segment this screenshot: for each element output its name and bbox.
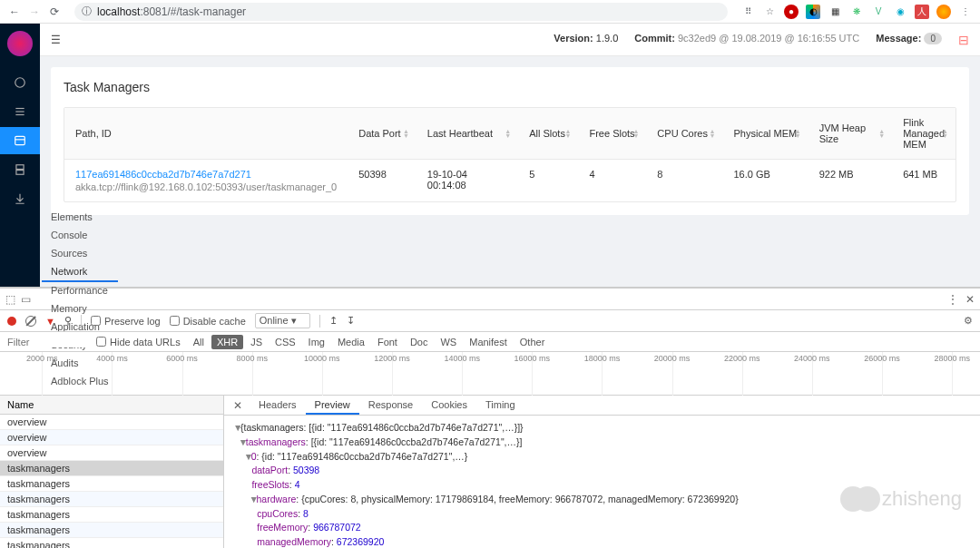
filter-type-img[interactable]: Img [303, 335, 330, 349]
detail-tab-headers[interactable]: Headers [250, 396, 306, 415]
request-row[interactable]: overview [0, 415, 223, 430]
request-row[interactable]: overview [0, 445, 223, 461]
filter-input[interactable] [7, 337, 89, 347]
col-flinkmem[interactable]: Flink Managed MEM▲▼ [892, 108, 956, 160]
filter-type-font[interactable]: Font [372, 335, 403, 349]
cell-data-port: 50398 [348, 160, 416, 202]
devtools-tab-console[interactable]: Console [42, 226, 118, 244]
star-icon[interactable]: ☆ [762, 5, 777, 19]
devtools-tab-network[interactable]: Network [42, 262, 118, 282]
avatar-icon[interactable] [936, 5, 951, 19]
filter-type-doc[interactable]: Doc [405, 335, 434, 349]
filter-type-other[interactable]: Other [514, 335, 551, 349]
request-row[interactable]: taskmanagers [0, 507, 223, 523]
ext-icon-1[interactable]: ◐ [806, 5, 820, 19]
timeline-tick: 18000 ms [584, 354, 621, 363]
evernote-icon[interactable]: ❋ [849, 5, 864, 19]
sort-icon: ▲▼ [403, 129, 409, 138]
filter-type-media[interactable]: Media [332, 335, 370, 349]
filter-toggle-icon[interactable]: ▼ [45, 316, 55, 327]
back-button[interactable]: ← [7, 5, 22, 19]
translate-icon[interactable]: ⠿ [740, 5, 755, 19]
detail-tab-cookies[interactable]: Cookies [422, 396, 476, 415]
filter-type-ws[interactable]: WS [435, 335, 462, 349]
devtools-close-icon[interactable]: ✕ [965, 293, 975, 306]
filter-type-xhr[interactable]: XHR [211, 335, 243, 349]
sidebar-item-taskmanagers[interactable] [0, 127, 40, 154]
throttling-select[interactable]: Online ▾ [255, 313, 310, 328]
collapse-sidebar-icon[interactable]: ☰ [51, 34, 61, 46]
request-row[interactable]: overview [0, 430, 223, 445]
ext-icon-3[interactable]: ◉ [893, 5, 907, 19]
detail-tab-timing[interactable]: Timing [476, 396, 524, 415]
request-row[interactable]: taskmanagers [0, 461, 223, 476]
settings-icon[interactable]: ⚙ [964, 315, 973, 327]
sidebar-item-submit[interactable] [0, 185, 40, 212]
request-row[interactable]: taskmanagers [0, 476, 223, 492]
request-row[interactable]: taskmanagers [0, 523, 223, 538]
request-row[interactable]: taskmanagers [0, 538, 223, 548]
sidebar-item-jobs[interactable] [0, 98, 40, 125]
timeline-tick: 26000 ms [864, 354, 900, 363]
cell-heartbeat: 19-10-04 00:14:08 [416, 160, 518, 202]
devtools-tab-performance[interactable]: Performance [42, 281, 118, 299]
detail-close-icon[interactable]: ✕ [228, 399, 248, 412]
timeline-tick: 4000 ms [96, 354, 128, 363]
network-timeline[interactable]: 2000 ms4000 ms6000 ms8000 ms10000 ms1200… [0, 352, 980, 396]
device-icon[interactable]: ▭ [21, 293, 31, 306]
col-path-id[interactable]: Path, ID [64, 108, 348, 160]
menu-icon[interactable]: ⋮ [958, 5, 973, 19]
cell-physmem: 16.0 GB [723, 160, 808, 202]
adblock-icon[interactable]: ● [784, 5, 799, 19]
detail-tab-response[interactable]: Response [359, 396, 423, 415]
inspect-icon[interactable]: ⬚ [5, 293, 15, 306]
vue-icon[interactable]: V [871, 5, 886, 19]
filter-type-manifest[interactable]: Manifest [464, 335, 513, 349]
devtools-tab-elements[interactable]: Elements [42, 208, 118, 226]
ext-icon-2[interactable]: ▦ [828, 5, 842, 19]
message-count[interactable]: 0 [924, 33, 942, 44]
detail-tab-preview[interactable]: Preview [306, 396, 359, 415]
table-row[interactable]: 117ea691486c0ccba2d7b746e7a7d271 akka.tc… [64, 160, 956, 202]
timeline-tick: 14000 ms [444, 354, 480, 363]
reload-button[interactable]: ⟳ [47, 5, 62, 19]
sidebar-item-jobmanager[interactable] [0, 156, 40, 183]
timeline-tick: 16000 ms [514, 354, 551, 363]
address-bar[interactable]: ⓘ localhost:8081/#/task-manager [74, 3, 728, 21]
version-label: Version: [554, 33, 593, 44]
search-icon[interactable]: ⚲ [64, 315, 72, 327]
list-header[interactable]: Name [0, 396, 223, 415]
timeline-tick: 24000 ms [794, 354, 830, 363]
forward-button[interactable]: → [27, 5, 42, 19]
clear-button[interactable] [25, 316, 36, 327]
request-row[interactable]: taskmanagers [0, 492, 223, 507]
filter-type-all[interactable]: All [188, 335, 210, 349]
col-all-slots[interactable]: All Slots▲▼ [518, 108, 578, 160]
devtools-tab-sources[interactable]: Sources [42, 244, 118, 262]
json-preview[interactable]: ▼{taskmanagers: [{id: "117ea691486c0ccba… [224, 416, 980, 548]
upload-icon[interactable]: ↥ [329, 315, 338, 327]
topbar-info: Version: 1.9.0 Commit: 9c32ed9 @ 19.08.2… [554, 33, 969, 47]
col-heartbeat[interactable]: Last Heartbeat▲▼ [416, 108, 518, 160]
warning-icon[interactable]: ⊟ [958, 33, 969, 47]
info-icon: ⓘ [82, 5, 92, 18]
filter-type-js[interactable]: JS [245, 335, 268, 349]
record-button[interactable] [7, 317, 16, 326]
col-physmem[interactable]: Physical MEM▲▼ [723, 108, 808, 160]
disable-cache-check[interactable]: Disable cache [170, 316, 246, 327]
col-free-slots[interactable]: Free Slots▲▼ [578, 108, 646, 160]
col-jvmheap[interactable]: JVM Heap Size▲▼ [808, 108, 892, 160]
hide-data-urls-check[interactable]: Hide data URLs [96, 337, 181, 347]
timeline-tick: 10000 ms [304, 354, 340, 363]
devtools-more-icon[interactable]: ⋮ [947, 293, 958, 306]
task-managers-card: Task Managers Path, ID Data Port▲▼ Last … [51, 67, 969, 215]
ext-icon-4[interactable]: 人 [915, 5, 929, 19]
download-icon[interactable]: ↧ [347, 315, 355, 327]
filter-type-css[interactable]: CSS [270, 335, 301, 349]
tm-id-link[interactable]: 117ea691486c0ccba2d7b746e7a7d271 [75, 169, 337, 180]
col-cpu[interactable]: CPU Cores▲▼ [646, 108, 722, 160]
sidebar-item-overview[interactable] [0, 69, 40, 96]
col-data-port[interactable]: Data Port▲▼ [348, 108, 416, 160]
app-container: ☰ Version: 1.9.0 Commit: 9c32ed9 @ 19.08… [0, 24, 980, 287]
preserve-log-check[interactable]: Preserve log [91, 316, 161, 327]
